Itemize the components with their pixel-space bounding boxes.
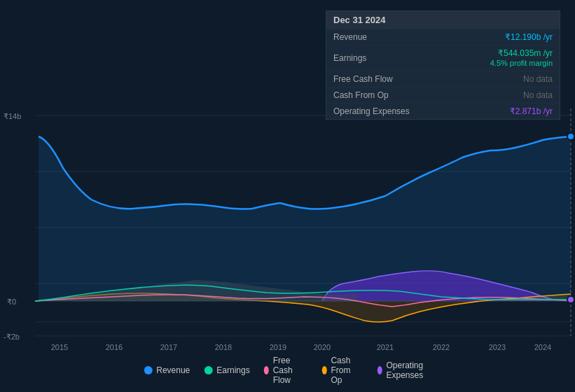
svg-text:-₹2b: -₹2b bbox=[4, 332, 20, 341]
tooltip-date: Dec 31 2024 bbox=[326, 11, 560, 29]
svg-text:2020: 2020 bbox=[314, 343, 331, 351]
tooltip-cashfromop-row: Cash From Op No data bbox=[326, 87, 560, 103]
svg-text:₹14b: ₹14b bbox=[4, 112, 21, 120]
legend-item-cashfromop[interactable]: Cash From Op bbox=[321, 356, 363, 385]
svg-text:2018: 2018 bbox=[215, 343, 232, 351]
tooltip-opex-row: Operating Expenses ₹2.871b /yr bbox=[326, 103, 560, 119]
svg-text:2016: 2016 bbox=[106, 343, 123, 351]
tooltip-cashfromop-value: No data bbox=[523, 90, 553, 100]
svg-text:2015: 2015 bbox=[51, 343, 68, 351]
fcf-dot bbox=[264, 366, 269, 374]
svg-text:2022: 2022 bbox=[433, 343, 450, 351]
earnings-dot bbox=[204, 366, 212, 374]
tooltip-opex-label: Operating Expenses bbox=[333, 106, 410, 116]
tooltip-earnings-row: Earnings ₹544.035m /yr 4.5% profit margi… bbox=[326, 45, 560, 71]
svg-text:2021: 2021 bbox=[377, 343, 394, 351]
svg-text:2024: 2024 bbox=[534, 343, 551, 351]
legend-item-fcf[interactable]: Free Cash Flow bbox=[264, 356, 308, 385]
legend-opex-label: Operating Expenses bbox=[386, 360, 431, 380]
svg-text:2023: 2023 bbox=[489, 343, 506, 351]
cashfromop-dot bbox=[321, 366, 326, 374]
svg-text:2019: 2019 bbox=[270, 343, 286, 351]
legend-earnings-label: Earnings bbox=[216, 365, 249, 375]
legend-item-revenue[interactable]: Revenue bbox=[144, 365, 190, 375]
tooltip-fcf-label: Free Cash Flow bbox=[333, 74, 410, 84]
opex-dot bbox=[377, 366, 382, 374]
legend-item-opex[interactable]: Operating Expenses bbox=[377, 360, 431, 380]
legend-revenue-label: Revenue bbox=[156, 365, 190, 375]
tooltip-fcf-value: No data bbox=[523, 74, 553, 84]
tooltip-fcf-row: Free Cash Flow No data bbox=[326, 71, 560, 87]
tooltip-cashfromop-label: Cash From Op bbox=[333, 90, 410, 100]
svg-point-23 bbox=[567, 133, 574, 140]
legend-fcf-label: Free Cash Flow bbox=[273, 356, 308, 385]
tooltip-earnings-label: Earnings bbox=[333, 53, 410, 63]
tooltip-opex-value: ₹2.871b /yr bbox=[510, 106, 553, 116]
chart-container: ₹14b ₹0 -₹2b 2015 2016 2017 2018 2019 20… bbox=[0, 0, 575, 392]
svg-point-24 bbox=[567, 296, 574, 303]
tooltip-panel: Dec 31 2024 Revenue ₹12.190b /yr Earning… bbox=[326, 10, 560, 120]
revenue-dot bbox=[144, 366, 152, 374]
tooltip-earnings-value: ₹544.035m /yr 4.5% profit margin bbox=[490, 48, 553, 68]
legend-item-earnings[interactable]: Earnings bbox=[204, 365, 249, 375]
chart-legend: Revenue Earnings Free Cash Flow Cash Fro… bbox=[144, 356, 431, 385]
tooltip-revenue-value: ₹12.190b /yr bbox=[505, 32, 553, 42]
tooltip-revenue-row: Revenue ₹12.190b /yr bbox=[326, 29, 560, 45]
svg-text:2017: 2017 bbox=[160, 343, 177, 351]
svg-text:₹0: ₹0 bbox=[7, 298, 16, 306]
tooltip-revenue-label: Revenue bbox=[333, 32, 410, 42]
legend-cashfromop-label: Cash From Op bbox=[331, 356, 363, 385]
